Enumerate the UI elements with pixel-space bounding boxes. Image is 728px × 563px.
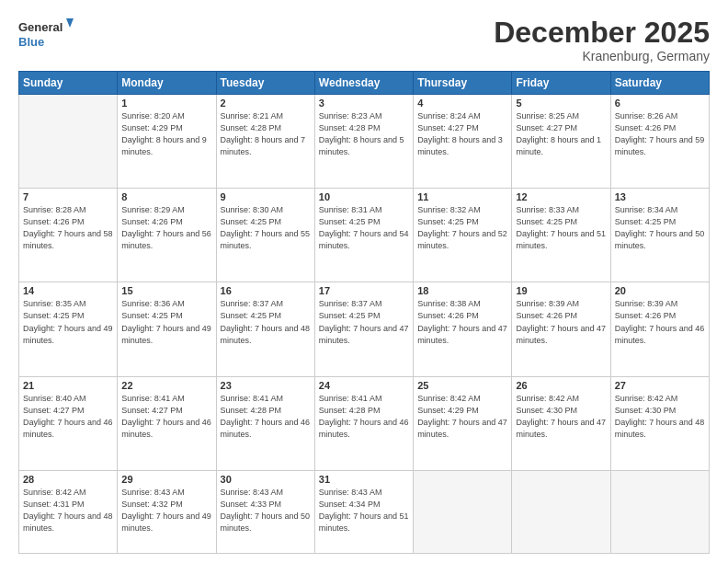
day-info: Sunrise: 8:21 AMSunset: 4:28 PMDaylight:… (221, 110, 311, 158)
day-info: Sunrise: 8:20 AMSunset: 4:29 PMDaylight:… (121, 110, 211, 158)
day-number: 12 (516, 191, 606, 202)
table-row: 28 Sunrise: 8:42 AMSunset: 4:31 PMDaylig… (19, 470, 118, 553)
col-thursday: Thursday (414, 72, 512, 95)
day-number: 29 (121, 474, 211, 485)
day-info: Sunrise: 8:23 AMSunset: 4:28 PMDaylight:… (319, 110, 409, 158)
table-row: 21 Sunrise: 8:40 AMSunset: 4:27 PMDaylig… (19, 376, 118, 470)
page: General Blue December 2025 Kranenburg, G… (0, 0, 728, 563)
day-info: Sunrise: 8:38 AMSunset: 4:26 PMDaylight:… (417, 298, 507, 346)
day-number: 22 (121, 380, 211, 391)
table-row: 5 Sunrise: 8:25 AMSunset: 4:27 PMDayligh… (512, 95, 610, 189)
day-info: Sunrise: 8:28 AMSunset: 4:26 PMDaylight:… (23, 204, 113, 252)
day-number: 4 (417, 98, 507, 109)
day-info: Sunrise: 8:31 AMSunset: 4:25 PMDaylight:… (319, 204, 409, 252)
day-number: 5 (516, 98, 606, 109)
title-block: December 2025 Kranenburg, Germany (494, 17, 710, 63)
day-number: 13 (615, 191, 705, 202)
day-number: 15 (121, 285, 211, 296)
day-info: Sunrise: 8:39 AMSunset: 4:26 PMDaylight:… (516, 298, 606, 346)
day-info: Sunrise: 8:42 AMSunset: 4:30 PMDaylight:… (516, 393, 606, 441)
day-info: Sunrise: 8:26 AMSunset: 4:26 PMDaylight:… (615, 110, 705, 158)
day-number: 27 (615, 380, 705, 391)
day-info: Sunrise: 8:41 AMSunset: 4:27 PMDaylight:… (121, 393, 211, 441)
table-row: 4 Sunrise: 8:24 AMSunset: 4:27 PMDayligh… (414, 95, 512, 189)
day-info: Sunrise: 8:42 AMSunset: 4:31 PMDaylight:… (23, 487, 113, 534)
svg-text:Blue: Blue (18, 35, 44, 49)
day-info: Sunrise: 8:25 AMSunset: 4:27 PMDaylight:… (516, 110, 606, 158)
table-row: 13 Sunrise: 8:34 AMSunset: 4:25 PMDaylig… (610, 189, 709, 282)
table-row: 15 Sunrise: 8:36 AMSunset: 4:25 PMDaylig… (118, 282, 216, 376)
table-row: 30 Sunrise: 8:43 AMSunset: 4:33 PMDaylig… (216, 470, 314, 553)
col-monday: Monday (118, 72, 216, 95)
day-info: Sunrise: 8:33 AMSunset: 4:25 PMDaylight:… (516, 204, 606, 252)
table-row: 10 Sunrise: 8:31 AMSunset: 4:25 PMDaylig… (314, 189, 413, 282)
day-number: 24 (319, 380, 409, 391)
day-number: 8 (121, 191, 211, 202)
day-number: 23 (221, 380, 311, 391)
table-row: 3 Sunrise: 8:23 AMSunset: 4:28 PMDayligh… (314, 95, 413, 189)
col-sunday: Sunday (19, 72, 118, 95)
day-number: 10 (319, 191, 409, 202)
table-row (610, 470, 709, 553)
day-info: Sunrise: 8:37 AMSunset: 4:25 PMDaylight:… (221, 298, 311, 346)
day-number: 18 (417, 285, 507, 296)
col-wednesday: Wednesday (314, 72, 413, 95)
table-row: 14 Sunrise: 8:35 AMSunset: 4:25 PMDaylig… (19, 282, 118, 376)
day-number: 26 (516, 380, 606, 391)
header-row: Sunday Monday Tuesday Wednesday Thursday… (19, 72, 710, 95)
day-info: Sunrise: 8:35 AMSunset: 4:25 PMDaylight:… (23, 298, 113, 346)
table-row: 20 Sunrise: 8:39 AMSunset: 4:26 PMDaylig… (610, 282, 709, 376)
svg-marker-2 (66, 18, 74, 28)
table-row: 11 Sunrise: 8:32 AMSunset: 4:25 PMDaylig… (414, 189, 512, 282)
day-info: Sunrise: 8:39 AMSunset: 4:26 PMDaylight:… (615, 298, 705, 346)
day-number: 3 (319, 98, 409, 109)
day-number: 2 (221, 98, 311, 109)
location: Kranenburg, Germany (494, 49, 710, 63)
col-saturday: Saturday (610, 72, 709, 95)
day-number: 21 (23, 380, 113, 391)
table-row: 23 Sunrise: 8:41 AMSunset: 4:28 PMDaylig… (216, 376, 314, 470)
day-info: Sunrise: 8:24 AMSunset: 4:27 PMDaylight:… (417, 110, 507, 158)
day-info: Sunrise: 8:37 AMSunset: 4:25 PMDaylight:… (319, 298, 409, 346)
day-number: 1 (121, 98, 211, 109)
table-row: 27 Sunrise: 8:42 AMSunset: 4:30 PMDaylig… (610, 376, 709, 470)
day-number: 14 (23, 285, 113, 296)
table-row: 16 Sunrise: 8:37 AMSunset: 4:25 PMDaylig… (216, 282, 314, 376)
day-number: 20 (615, 285, 705, 296)
header: General Blue December 2025 Kranenburg, G… (18, 17, 710, 63)
logo: General Blue (18, 17, 74, 52)
table-row (512, 470, 610, 553)
table-row (414, 470, 512, 553)
table-row: 6 Sunrise: 8:26 AMSunset: 4:26 PMDayligh… (610, 95, 709, 189)
day-info: Sunrise: 8:41 AMSunset: 4:28 PMDaylight:… (319, 393, 409, 441)
col-friday: Friday (512, 72, 610, 95)
table-row: 25 Sunrise: 8:42 AMSunset: 4:29 PMDaylig… (414, 376, 512, 470)
day-number: 28 (23, 474, 113, 485)
day-number: 19 (516, 285, 606, 296)
table-row: 12 Sunrise: 8:33 AMSunset: 4:25 PMDaylig… (512, 189, 610, 282)
day-number: 9 (221, 191, 311, 202)
day-info: Sunrise: 8:43 AMSunset: 4:34 PMDaylight:… (319, 487, 409, 534)
table-row: 17 Sunrise: 8:37 AMSunset: 4:25 PMDaylig… (314, 282, 413, 376)
day-info: Sunrise: 8:30 AMSunset: 4:25 PMDaylight:… (221, 204, 311, 252)
month-title: December 2025 (494, 17, 710, 49)
day-info: Sunrise: 8:40 AMSunset: 4:27 PMDaylight:… (23, 393, 113, 441)
day-number: 11 (417, 191, 507, 202)
logo-svg: General Blue (18, 17, 74, 52)
table-row: 22 Sunrise: 8:41 AMSunset: 4:27 PMDaylig… (118, 376, 216, 470)
calendar-table: Sunday Monday Tuesday Wednesday Thursday… (18, 71, 710, 554)
day-number: 6 (615, 98, 705, 109)
table-row: 2 Sunrise: 8:21 AMSunset: 4:28 PMDayligh… (216, 95, 314, 189)
table-row: 29 Sunrise: 8:43 AMSunset: 4:32 PMDaylig… (118, 470, 216, 553)
day-number: 7 (23, 191, 113, 202)
day-number: 30 (221, 474, 311, 485)
table-row: 24 Sunrise: 8:41 AMSunset: 4:28 PMDaylig… (314, 376, 413, 470)
day-info: Sunrise: 8:43 AMSunset: 4:32 PMDaylight:… (121, 487, 211, 534)
table-row: 19 Sunrise: 8:39 AMSunset: 4:26 PMDaylig… (512, 282, 610, 376)
day-info: Sunrise: 8:36 AMSunset: 4:25 PMDaylight:… (121, 298, 211, 346)
day-number: 16 (221, 285, 311, 296)
col-tuesday: Tuesday (216, 72, 314, 95)
day-info: Sunrise: 8:42 AMSunset: 4:29 PMDaylight:… (417, 393, 507, 441)
day-info: Sunrise: 8:32 AMSunset: 4:25 PMDaylight:… (417, 204, 507, 252)
day-info: Sunrise: 8:34 AMSunset: 4:25 PMDaylight:… (615, 204, 705, 252)
